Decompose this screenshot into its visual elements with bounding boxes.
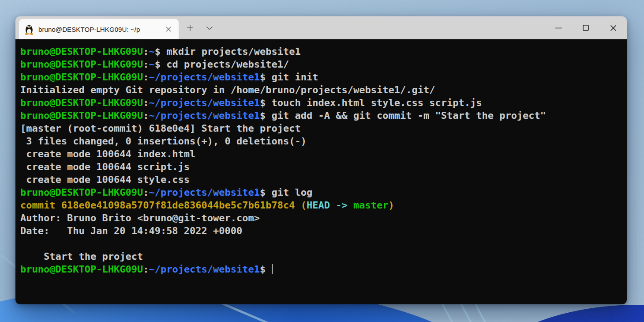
minimize-icon[interactable] <box>545 16 572 39</box>
terminal-line: Author: Bruno Brito <bruno@git-tower.com… <box>20 212 622 224</box>
terminal-line: create mode 100644 style.css <box>20 173 622 186</box>
new-tab-icon[interactable] <box>182 20 198 36</box>
window-controls <box>545 16 627 39</box>
tab-title: bruno@DESKTOP-LHKG09U: ~/p <box>38 26 162 33</box>
dropdown-chevron-icon[interactable] <box>202 20 217 36</box>
terminal-line: Start the project <box>20 250 622 263</box>
terminal-line: bruno@DESKTOP-LHKG09U:~/projects/website… <box>20 109 622 122</box>
terminal-line: 3 files changed, 0 insertions(+), 0 dele… <box>20 135 622 148</box>
terminal-tab[interactable]: bruno@DESKTOP-LHKG09U: ~/p <box>19 19 179 39</box>
maximize-icon[interactable] <box>572 16 599 39</box>
terminal-line: bruno@DESKTOP-LHKG09U:~/projects/website… <box>20 186 622 199</box>
terminal-line: bruno@DESKTOP-LHKG09U:~$ mkdir projects/… <box>20 45 622 58</box>
desktop-wallpaper: bruno@DESKTOP-LHKG09U: ~/p <box>0 0 644 322</box>
wallpaper-dark-petal <box>465 305 644 322</box>
terminal-line: Initialized empty Git repository in /hom… <box>20 83 622 96</box>
terminal-line: bruno@DESKTOP-LHKG09U:~$ cd projects/web… <box>20 58 622 71</box>
close-icon[interactable] <box>599 16 627 39</box>
tux-linux-icon <box>24 23 34 35</box>
terminal-line: create mode 100644 index.html <box>20 148 622 160</box>
terminal-line: bruno@DESKTOP-LHKG09U:~/projects/website… <box>20 96 622 109</box>
terminal-line: bruno@DESKTOP-LHKG09U:~/projects/website… <box>20 71 622 83</box>
terminal-line: commit 618e0e41098a5707f81de836044be5c7b… <box>20 199 622 212</box>
tab-close-icon[interactable] <box>162 23 175 36</box>
text-cursor <box>272 264 273 274</box>
terminal-line: [master (root-commit) 618e0e4] Start the… <box>20 122 622 135</box>
terminal-line <box>20 237 622 250</box>
terminal-line: Date: Thu Jan 20 14:49:58 2022 +0000 <box>20 224 622 237</box>
terminal-line: create mode 100644 script.js <box>20 160 622 173</box>
terminal-window: bruno@DESKTOP-LHKG09U: ~/p <box>15 16 627 304</box>
terminal-line: bruno@DESKTOP-LHKG09U:~/projects/website… <box>20 263 622 276</box>
window-titlebar[interactable]: bruno@DESKTOP-LHKG09U: ~/p <box>15 16 627 39</box>
terminal-output[interactable]: bruno@DESKTOP-LHKG09U:~$ mkdir projects/… <box>15 39 627 304</box>
